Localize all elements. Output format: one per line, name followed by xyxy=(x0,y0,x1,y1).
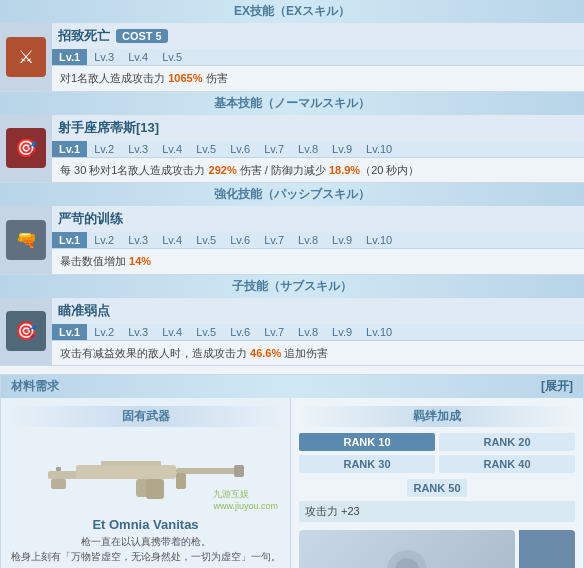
passive-level-8[interactable]: Lv.8 xyxy=(291,232,325,248)
rank-panel: 羁绊加成 RANK 10 RANK 20 RANK 30 RANK 40 RAN… xyxy=(291,398,583,568)
sub-level-4[interactable]: Lv.4 xyxy=(155,324,189,340)
passive-level-4[interactable]: Lv.4 xyxy=(155,232,189,248)
svg-rect-4 xyxy=(176,468,236,474)
sub-level-1[interactable]: Lv.1 xyxy=(52,324,87,340)
ex-skill-icon-container: ⚔ xyxy=(0,23,52,91)
ex-skill-section: EX技能（EXスキル） ⚔ 招致死亡 COST 5 Lv.1 Lv.3 Lv.4… xyxy=(0,0,584,92)
ex-skill-header: EX技能（EXスキル） xyxy=(0,0,584,23)
passive-level-9[interactable]: Lv.9 xyxy=(325,232,359,248)
passive-level-7[interactable]: Lv.7 xyxy=(257,232,291,248)
svg-rect-9 xyxy=(56,467,61,471)
normal-skill-section: 基本技能（ノーマルスキル） 🎯 射手座席蒂斯[13] Lv.1 Lv.2 Lv.… xyxy=(0,92,584,184)
expand-btn[interactable]: [展开] xyxy=(541,378,573,395)
normal-skill-value2: 18.9% xyxy=(329,164,360,176)
weapon-img-area: 九游互娱www.jiuyou.com xyxy=(9,433,282,513)
normal-skill-row: 🎯 射手座席蒂斯[13] Lv.1 Lv.2 Lv.3 Lv.4 Lv.5 Lv… xyxy=(0,115,584,184)
ex-skill-name: 招致死亡 xyxy=(58,27,110,45)
normal-skill-levels: Lv.1 Lv.2 Lv.3 Lv.4 Lv.5 Lv.6 Lv.7 Lv.8 … xyxy=(52,141,584,158)
sub-skill-levels: Lv.1 Lv.2 Lv.3 Lv.4 Lv.5 Lv.6 Lv.7 Lv.8 … xyxy=(52,324,584,341)
svg-rect-2 xyxy=(76,465,176,479)
passive-skill-desc: 暴击数值增加 14% xyxy=(52,249,584,274)
bottom-area: 九游 xyxy=(299,530,575,568)
sub-level-6[interactable]: Lv.6 xyxy=(223,324,257,340)
passive-level-1[interactable]: Lv.1 xyxy=(52,232,87,248)
ex-skill-content: 招致死亡 COST 5 Lv.1 Lv.3 Lv.4 Lv.5 对1名敌人造成攻… xyxy=(52,23,584,91)
sub-level-7[interactable]: Lv.7 xyxy=(257,324,291,340)
sub-level-8[interactable]: Lv.8 xyxy=(291,324,325,340)
passive-level-10[interactable]: Lv.10 xyxy=(359,232,399,248)
passive-skill-section: 強化技能（パッシブスキル） 🔫 严苛的训练 Lv.1 Lv.2 Lv.3 Lv.… xyxy=(0,183,584,275)
passive-skill-value: 14% xyxy=(129,255,151,267)
svg-rect-7 xyxy=(101,461,161,466)
rank-btn-20[interactable]: RANK 20 xyxy=(439,433,575,451)
sub-level-10[interactable]: Lv.10 xyxy=(359,324,399,340)
rank-btn-30[interactable]: RANK 30 xyxy=(299,455,435,473)
rank-btn-50[interactable]: RANK 50 xyxy=(407,479,466,497)
passive-skill-levels: Lv.1 Lv.2 Lv.3 Lv.4 Lv.5 Lv.6 Lv.7 Lv.8 … xyxy=(52,232,584,249)
materials-body: 固有武器 xyxy=(1,398,583,568)
sub-skill-header: 子技能（サブスキル） xyxy=(0,275,584,298)
bottom-image-placeholder xyxy=(299,530,515,568)
passive-skill-name: 严苛的训练 xyxy=(58,210,123,228)
rank-btn-10[interactable]: RANK 10 xyxy=(299,433,435,451)
passive-level-2[interactable]: Lv.2 xyxy=(87,232,121,248)
normal-skill-value1: 292% xyxy=(209,164,237,176)
normal-skill-icon: 🎯 xyxy=(6,128,46,168)
sub-skill-name-row: 瞄准弱点 xyxy=(52,298,584,324)
svg-rect-8 xyxy=(176,473,186,489)
passive-skill-name-row: 严苛的训练 xyxy=(52,206,584,232)
rank-btn-40[interactable]: RANK 40 xyxy=(439,455,575,473)
sub-skill-icon-container: 🎯 xyxy=(0,298,52,366)
ex-level-1[interactable]: Lv.1 xyxy=(52,49,87,65)
normal-skill-header: 基本技能（ノーマルスキル） xyxy=(0,92,584,115)
normal-skill-name-row: 射手座席蒂斯[13] xyxy=(52,115,584,141)
normal-level-10[interactable]: Lv.10 xyxy=(359,141,399,157)
sub-skill-value: 46.6% xyxy=(250,347,281,359)
ex-skill-row: ⚔ 招致死亡 COST 5 Lv.1 Lv.3 Lv.4 Lv.5 对1名敌人造… xyxy=(0,23,584,92)
normal-level-6[interactable]: Lv.6 xyxy=(223,141,257,157)
rank-panel-title: 羁绊加成 xyxy=(299,406,575,427)
weapon-panel-title: 固有武器 xyxy=(9,406,282,427)
svg-rect-6 xyxy=(146,479,164,499)
ex-skill-name-row: 招致死亡 COST 5 xyxy=(52,23,584,49)
normal-level-9[interactable]: Lv.9 xyxy=(325,141,359,157)
normal-level-1[interactable]: Lv.1 xyxy=(52,141,87,157)
normal-skill-content: 射手座席蒂斯[13] Lv.1 Lv.2 Lv.3 Lv.4 Lv.5 Lv.6… xyxy=(52,115,584,183)
ex-level-5[interactable]: Lv.5 xyxy=(155,49,189,65)
sub-level-5[interactable]: Lv.5 xyxy=(189,324,223,340)
passive-skill-icon-container: 🔫 xyxy=(0,206,52,274)
normal-level-7[interactable]: Lv.7 xyxy=(257,141,291,157)
sub-skill-desc: 攻击有减益效果的敌人时，造成攻击力 46.6% 追加伤害 xyxy=(52,341,584,366)
ex-skill-levels: Lv.1 Lv.3 Lv.4 Lv.5 xyxy=(52,49,584,66)
sub-skill-icon: 🎯 xyxy=(6,311,46,351)
weapon-desc: 枪一直在以认真携带着的枪。 枪身上刻有「万物皆虚空，无论身然处，一切为虚空」一句… xyxy=(9,534,282,564)
sub-skill-name: 瞄准弱点 xyxy=(58,302,110,320)
ex-level-3[interactable]: Lv.3 xyxy=(87,49,121,65)
materials-section: 材料需求 [展开] 固有武器 xyxy=(0,374,584,568)
passive-level-6[interactable]: Lv.6 xyxy=(223,232,257,248)
normal-skill-icon-container: 🎯 xyxy=(0,115,52,183)
ex-skill-value: 1065% xyxy=(168,72,202,84)
normal-level-3[interactable]: Lv.3 xyxy=(121,141,155,157)
normal-level-4[interactable]: Lv.4 xyxy=(155,141,189,157)
passive-skill-content: 严苛的训练 Lv.1 Lv.2 Lv.3 Lv.4 Lv.5 Lv.6 Lv.7… xyxy=(52,206,584,274)
normal-level-5[interactable]: Lv.5 xyxy=(189,141,223,157)
materials-header: 材料需求 [展开] xyxy=(1,375,583,398)
ex-level-4[interactable]: Lv.4 xyxy=(121,49,155,65)
passive-skill-row: 🔫 严苛的训练 Lv.1 Lv.2 Lv.3 Lv.4 Lv.5 Lv.6 Lv… xyxy=(0,206,584,275)
passive-level-5[interactable]: Lv.5 xyxy=(189,232,223,248)
ex-skill-desc: 对1名敌人造成攻击力 1065% 伤害 xyxy=(52,66,584,91)
sub-level-3[interactable]: Lv.3 xyxy=(121,324,155,340)
ex-skill-icon: ⚔ xyxy=(6,37,46,77)
rank-grid: RANK 10 RANK 20 RANK 30 RANK 40 xyxy=(299,433,575,473)
sub-level-2[interactable]: Lv.2 xyxy=(87,324,121,340)
svg-rect-5 xyxy=(234,465,244,477)
normal-level-8[interactable]: Lv.8 xyxy=(291,141,325,157)
normal-level-2[interactable]: Lv.2 xyxy=(87,141,121,157)
svg-rect-0 xyxy=(48,471,78,479)
ex-skill-cost: COST 5 xyxy=(116,29,168,43)
sub-level-9[interactable]: Lv.9 xyxy=(325,324,359,340)
passive-level-3[interactable]: Lv.3 xyxy=(121,232,155,248)
passive-skill-header: 強化技能（パッシブスキル） xyxy=(0,183,584,206)
materials-title: 材料需求 xyxy=(11,378,59,395)
